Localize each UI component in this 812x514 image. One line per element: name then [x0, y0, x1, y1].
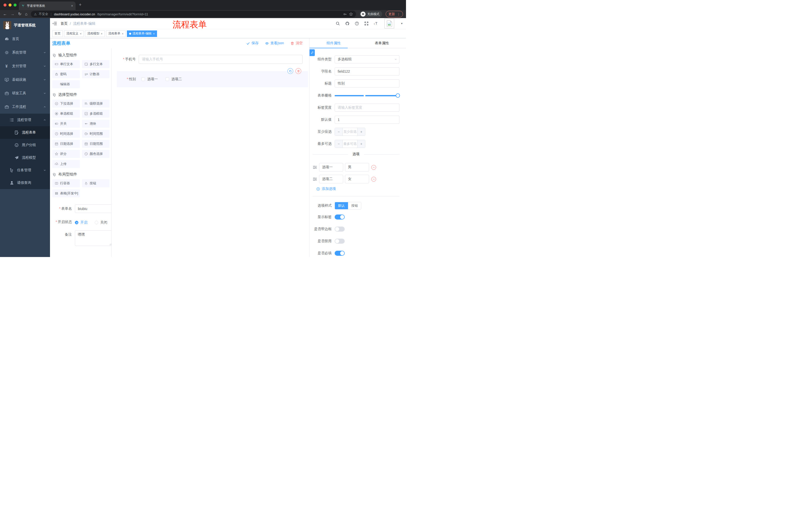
palette-item-slider[interactable]: 滑块 — [82, 120, 110, 128]
browser-tab[interactable]: 芋道管理系统 × — [19, 1, 76, 10]
link-affix-button[interactable] — [310, 49, 315, 56]
palette-item-upload[interactable]: 上传 — [52, 160, 80, 168]
sidebar-item-task-mgmt[interactable]: 任务管理 — [0, 164, 50, 177]
style-button-button[interactable]: 按钮 — [348, 202, 361, 209]
stepper-minus-button[interactable]: − — [335, 140, 343, 147]
forward-icon[interactable]: → — [10, 12, 14, 16]
gender-option-2-checkbox[interactable]: 选项二 — [166, 77, 182, 81]
avatar[interactable] — [384, 19, 394, 28]
minimize-window-button[interactable] — [8, 3, 11, 6]
show-label-toggle[interactable] — [335, 215, 345, 219]
add-option-button[interactable]: 添加选项 — [316, 187, 400, 191]
default-value-input[interactable]: 1 — [335, 116, 400, 124]
remove-option-button[interactable]: − — [371, 165, 376, 170]
slider-track[interactable] — [335, 95, 400, 96]
remove-option-button[interactable]: − — [371, 177, 376, 182]
tag-close-icon[interactable]: × — [101, 32, 102, 35]
max-select-input[interactable]: 最多可选 — [343, 140, 357, 147]
sidebar-item-process-form[interactable]: 流程表单 — [0, 126, 50, 139]
option-2-name-input[interactable]: 选项二 — [319, 175, 343, 183]
remark-textarea[interactable]: 嘿嘿 — [75, 231, 112, 246]
status-radio-open[interactable]: 开启 — [75, 220, 87, 225]
tag-process-definition[interactable]: 流程定义× — [64, 30, 84, 37]
tag-close-icon[interactable]: × — [153, 32, 154, 35]
palette-item-time-range[interactable]: 时间范围 — [82, 130, 110, 138]
stepper-minus-button[interactable]: − — [335, 128, 343, 136]
bordered-toggle[interactable] — [335, 226, 345, 232]
palette-item-color-picker[interactable]: 颜色选择 — [82, 150, 110, 158]
palette-item-counter[interactable]: 计数器 — [82, 70, 110, 78]
sidebar-item-devtools[interactable]: 研发工具 — [0, 86, 50, 100]
form-canvas[interactable]: *手机号 请输入手机号 *性别 选项一 — [112, 48, 309, 257]
option-2-value-input[interactable]: 女 — [345, 175, 369, 183]
tag-close-icon[interactable]: × — [122, 32, 123, 35]
breadcrumb-home[interactable]: 首页 — [61, 21, 67, 26]
tag-home[interactable]: 首页 — [52, 30, 63, 37]
palette-item-table[interactable]: 表格[开发中] — [52, 189, 80, 197]
maximize-window-button[interactable] — [13, 3, 17, 6]
title-input[interactable]: 性别 — [335, 79, 400, 87]
slider-handle[interactable] — [396, 93, 400, 98]
palette-item-editor[interactable]: 编辑器 — [52, 80, 80, 88]
tab-component-props[interactable]: 组件属性 — [310, 38, 358, 48]
tag-process-form-edit[interactable]: 流程表单-编辑× — [127, 30, 157, 37]
fullscreen-icon[interactable] — [364, 21, 369, 26]
palette-item-cascader[interactable]: 级联选择 — [82, 100, 110, 108]
window-controls[interactable] — [3, 3, 17, 6]
reload-icon[interactable]: ↻ — [18, 12, 21, 16]
address-bar[interactable]: ⚠ 不安全 | dashboard.yudao.iocoder.cn/bpm/m… — [31, 11, 356, 17]
palette-item-date-picker[interactable]: 日期选择 — [52, 140, 80, 148]
search-icon[interactable] — [336, 21, 340, 26]
tab-close-icon[interactable]: × — [71, 4, 73, 8]
min-select-stepper[interactable]: − 至少应选 + — [335, 128, 365, 136]
palette-item-radio-group[interactable]: 单选框组 — [52, 110, 80, 118]
phone-input[interactable]: 请输入手机号 — [139, 55, 302, 64]
required-toggle[interactable] — [335, 251, 345, 256]
stepper-plus-button[interactable]: + — [357, 128, 365, 136]
sidebar-item-leave-query[interactable]: 请假查询 — [0, 177, 50, 189]
home-icon[interactable]: ⌂ — [25, 12, 27, 16]
browser-update-button[interactable]: 更新 ⋮ — [386, 11, 403, 17]
key-icon[interactable] — [343, 12, 347, 16]
security-label[interactable]: 不安全 — [39, 12, 48, 16]
avatar-caret-icon[interactable]: ▾ — [401, 22, 403, 25]
palette-item-time-picker[interactable]: 时间选择 — [52, 130, 80, 138]
palette-item-multi-text[interactable]: 多行文本 — [82, 60, 110, 68]
sidebar-item-home[interactable]: 首页 — [0, 32, 50, 46]
grid-slider[interactable] — [335, 91, 400, 100]
palette-item-button[interactable]: 按钮 — [82, 179, 110, 187]
browser-menu-dots-icon[interactable]: ⋮ — [397, 12, 400, 16]
sidebar-item-user-group[interactable]: 用户分组 — [0, 139, 50, 152]
palette-item-single-text[interactable]: 单行文本 — [52, 60, 80, 68]
disabled-toggle[interactable] — [335, 239, 345, 244]
tab-form-props[interactable]: 表单属性 — [358, 38, 406, 48]
palette-item-dropdown[interactable]: 下拉选择 — [52, 100, 80, 108]
palette-item-checkbox-group[interactable]: 多选框组 — [82, 110, 110, 118]
tag-process-model[interactable]: 流程模型× — [85, 30, 105, 37]
sidebar-item-infra[interactable]: 基础设施 — [0, 73, 50, 86]
tag-process-form[interactable]: 流程表单× — [106, 30, 126, 37]
palette-item-password[interactable]: 密码 — [52, 70, 80, 78]
drag-handle-icon[interactable] — [313, 177, 317, 182]
github-icon[interactable] — [345, 21, 349, 26]
new-tab-button[interactable]: + — [79, 2, 82, 7]
selected-component-gender[interactable]: *性别 选项一 选项二 — [117, 71, 308, 87]
tag-close-icon[interactable]: × — [80, 32, 81, 35]
sidebar-item-payment[interactable]: 支付管理 — [0, 59, 50, 73]
palette-item-switch[interactable]: 开关 — [52, 120, 80, 128]
stepper-plus-button[interactable]: + — [357, 140, 365, 147]
copy-component-button[interactable] — [287, 68, 293, 74]
drag-handle-icon[interactable] — [313, 165, 317, 170]
component-type-select[interactable]: 多选框组 — [335, 55, 400, 63]
label-width-input[interactable]: 请输入标签宽度 — [335, 104, 400, 112]
style-default-button[interactable]: 默认 — [335, 202, 348, 209]
delete-component-button[interactable] — [295, 68, 301, 74]
view-json-button[interactable]: 查看json — [265, 41, 284, 46]
font-size-icon[interactable] — [374, 21, 378, 26]
sidebar-item-workflow[interactable]: 工作流程 — [0, 100, 50, 114]
palette-item-date-range[interactable]: 日期范围 — [82, 140, 110, 148]
field-name-input[interactable]: field122 — [335, 67, 400, 76]
status-radio-closed[interactable]: 关闭 — [95, 220, 107, 225]
phone-field[interactable]: *手机号 请输入手机号 — [117, 55, 302, 64]
clear-button[interactable]: 清空 — [290, 41, 303, 46]
